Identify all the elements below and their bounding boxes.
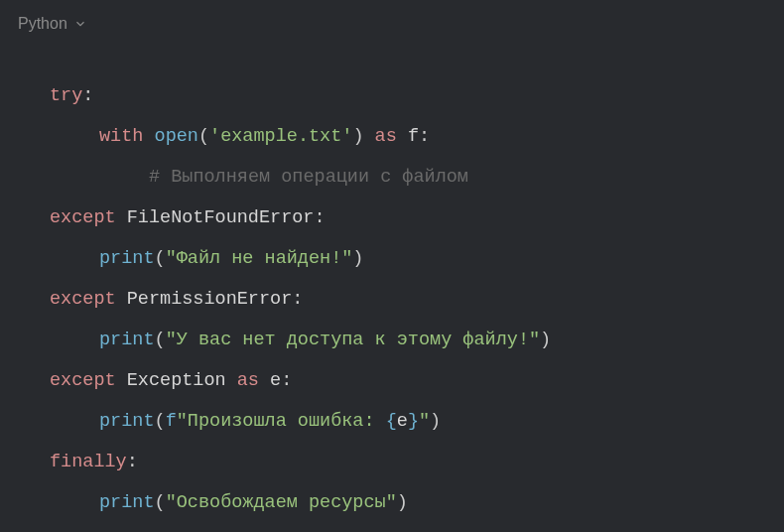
paren-open: (	[198, 126, 209, 147]
string-literal: "Произошла ошибка:	[177, 411, 386, 432]
keyword-finally: finally	[50, 452, 127, 472]
fn-open: open	[155, 126, 198, 147]
string-literal: "У вас нет доступа к этому файлу!"	[166, 330, 540, 350]
keyword-except: except	[50, 289, 116, 310]
code-line: except PermissionError:	[50, 279, 784, 320]
string-literal: "	[419, 411, 430, 432]
keyword-as: as	[237, 370, 259, 391]
paren-close: )	[397, 492, 408, 513]
code-line: except FileNotFoundError:	[50, 198, 784, 238]
keyword-with: with	[99, 126, 143, 147]
code-line: # Выполняем операции с файлом	[50, 157, 784, 198]
code-line: finally:	[50, 442, 784, 482]
brace-open: {	[386, 411, 397, 432]
fn-print: print	[99, 411, 155, 432]
keyword-try: try	[50, 85, 82, 106]
paren-open: (	[155, 248, 166, 269]
colon: :	[292, 289, 303, 310]
colon: :	[419, 126, 430, 147]
string-literal: "Файл не найден!"	[166, 248, 353, 269]
language-label: Python	[18, 15, 67, 33]
code-line: except Exception as e:	[50, 360, 784, 401]
colon: :	[127, 452, 138, 472]
colon: :	[82, 85, 93, 106]
code-line: with open('example.txt') as f:	[50, 116, 784, 157]
code-line: try:	[50, 75, 784, 116]
paren-close: )	[352, 248, 363, 269]
colon: :	[281, 370, 292, 391]
paren-open: (	[155, 411, 166, 432]
class-name: FileNotFoundError	[127, 207, 315, 228]
chevron-down-icon	[73, 17, 87, 31]
keyword-except: except	[50, 370, 116, 391]
var-e: e	[397, 411, 408, 432]
paren-close: )	[430, 411, 441, 432]
paren-close: )	[352, 126, 363, 147]
code-block-header[interactable]: Python	[0, 0, 784, 48]
var-e: e	[270, 370, 281, 391]
code-line: print(f"Произошла ошибка: {e}")	[50, 401, 784, 442]
colon: :	[314, 207, 325, 228]
comment: # Выполняем операции с файлом	[149, 167, 468, 188]
string-literal: 'example.txt'	[209, 126, 352, 147]
f-prefix: f	[166, 411, 177, 432]
fn-print: print	[99, 330, 155, 350]
code-content: try: with open('example.txt') as f: # Вы…	[0, 48, 784, 532]
fn-print: print	[99, 492, 155, 513]
code-line: print("Файл не найден!")	[50, 238, 784, 279]
code-line: print("Освобождаем ресурсы")	[50, 482, 784, 523]
paren-open: (	[155, 330, 166, 350]
class-name: PermissionError	[127, 289, 293, 310]
brace-close: }	[408, 411, 419, 432]
string-literal: "Освобождаем ресурсы"	[166, 492, 397, 513]
keyword-as: as	[375, 126, 397, 147]
code-line: print("У вас нет доступа к этому файлу!"…	[50, 320, 784, 360]
paren-open: (	[155, 492, 166, 513]
class-name: Exception	[127, 370, 226, 391]
fn-print: print	[99, 248, 155, 269]
code-block-container: Python try: with open('example.txt') as …	[0, 0, 784, 532]
paren-close: )	[540, 330, 551, 350]
keyword-except: except	[50, 207, 116, 228]
var-f: f	[408, 126, 419, 147]
